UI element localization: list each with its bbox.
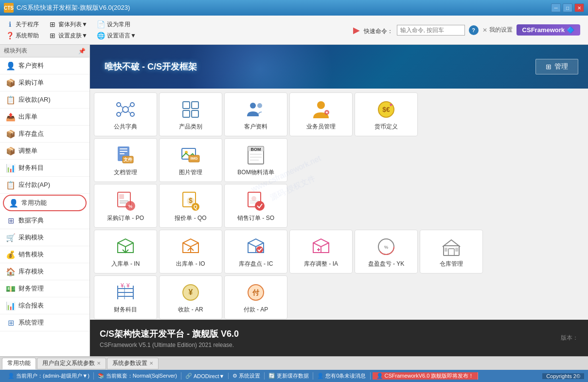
sidebar-item-label: 客户资料 bbox=[18, 61, 44, 70]
sidebar-item-reports[interactable]: 📊 综合报表 bbox=[0, 297, 89, 314]
copyright-text: Copyrights 2© bbox=[546, 373, 580, 379]
tile-bom[interactable]: BOM BOM物料清单 bbox=[224, 138, 287, 182]
status-update-cache[interactable]: 🔄 更新缓存数据 bbox=[265, 372, 313, 380]
sidebar-item-system[interactable]: ⊞ 系统管理 bbox=[0, 314, 89, 331]
outbound2-icon bbox=[180, 236, 201, 257]
csframework-brand[interactable]: CSFramework 🔷 bbox=[517, 24, 580, 36]
tile-label: 盘盈盘亏 - YK bbox=[368, 260, 405, 267]
skin-button[interactable]: ⊞ 设置皮肤▼ bbox=[47, 31, 89, 41]
tab-common[interactable]: 常用功能 bbox=[2, 358, 36, 369]
warehouse-icon: 🏠 bbox=[6, 267, 16, 276]
help-round-button[interactable]: ? bbox=[469, 25, 479, 35]
svg-point-58 bbox=[256, 246, 263, 253]
sidebar-item-label: 应付款(AP) bbox=[18, 181, 50, 189]
svg-text:%: % bbox=[128, 204, 132, 209]
accounts-icon: 📊 bbox=[6, 163, 16, 173]
tile-label: 图片管理 bbox=[179, 169, 202, 176]
sidebar-item-label: 库存模块 bbox=[18, 267, 44, 276]
svg-rect-12 bbox=[192, 110, 198, 117]
tile-accounts-subject[interactable]: ¥ ¥ 财务科目 bbox=[94, 275, 157, 319]
sales-icon: 💰 bbox=[6, 250, 16, 259]
tile-payment-ap[interactable]: 付 付款 - AP bbox=[224, 275, 287, 319]
sidebar-item-purchase[interactable]: 🛒 采购模块 bbox=[0, 229, 89, 246]
sidebar-item-ap[interactable]: 📋 应付款(AP) bbox=[0, 177, 89, 194]
document-icon: 📄 bbox=[97, 20, 105, 28]
sidebar-item-label: 销售模块 bbox=[18, 250, 44, 259]
tile-salesperson[interactable]: 业务员管理 bbox=[289, 92, 353, 136]
customer-icon: 👤 bbox=[6, 61, 16, 71]
sidebar-item-purchase-order[interactable]: 📦 采购订单 bbox=[0, 74, 89, 91]
sidebar-item-adjustment[interactable]: 📦 调整单 bbox=[0, 143, 89, 160]
tile-doc-mgmt[interactable]: 文件 文档管理 bbox=[94, 138, 157, 182]
svg-point-15 bbox=[317, 101, 325, 109]
tile-public-dict[interactable]: 公共字典 bbox=[94, 92, 157, 136]
manage-icon: ⊞ bbox=[546, 63, 552, 71]
language-label: 设置语言▼ bbox=[107, 32, 136, 40]
svg-text:文件: 文件 bbox=[124, 157, 133, 162]
tile-quote-qo[interactable]: $ Q 报价单 - QO bbox=[159, 184, 222, 228]
tile-profit-loss[interactable]: % 盘盈盘亏 - YK bbox=[355, 230, 418, 273]
person-badge-icon bbox=[310, 99, 332, 120]
sidebar-item-ar[interactable]: 📋 应收款(AR) bbox=[0, 91, 89, 109]
tile-purchase-po[interactable]: % 采购订单 - PO bbox=[94, 184, 157, 228]
window-list-button[interactable]: ⊞ 窗体列表▼ bbox=[47, 19, 89, 30]
sidebar-item-label: 采购订单 bbox=[18, 78, 44, 87]
maximize-button[interactable]: □ bbox=[563, 3, 572, 12]
set-default-button[interactable]: 📄 设为常用 bbox=[95, 19, 132, 30]
receipt-icon: ¥ bbox=[180, 282, 201, 303]
sidebar-item-outbound[interactable]: 📤 出库单 bbox=[0, 109, 89, 126]
tile-adjust[interactable]: 库存调整 - IA bbox=[289, 230, 353, 273]
close-button[interactable]: ✕ bbox=[574, 3, 584, 12]
about-button[interactable]: ℹ 关于程序 bbox=[4, 19, 41, 30]
tile-stocktake[interactable]: 库存盘点 - IC bbox=[224, 230, 287, 273]
brand-label: CSFramework bbox=[522, 26, 565, 34]
bottom-info: C/S架构快速开发平台 - 旗舰版 V6.0 CSFramework V5.1 … bbox=[90, 320, 588, 356]
manage-label: 管理 bbox=[554, 62, 568, 71]
tab-sys-params[interactable]: 系统参数设置 ✕ bbox=[107, 358, 159, 369]
minimize-button[interactable]: ─ bbox=[551, 3, 561, 12]
window-controls: ─ □ ✕ bbox=[551, 3, 584, 12]
manage-button[interactable]: ⊞ 管理 bbox=[535, 59, 578, 74]
status-connection[interactable]: 🔗 ADODirect▼ bbox=[181, 373, 229, 379]
svg-rect-40 bbox=[119, 194, 124, 199]
sidebar-item-inventory[interactable]: 📦 库存盘点 bbox=[0, 126, 89, 143]
sidebar-item-data-dict[interactable]: ⊞ 数据字典 bbox=[0, 212, 89, 229]
icons-row-2: 文件 文档管理 IMG bbox=[94, 138, 584, 182]
tab-user-params[interactable]: 用户自定义系统参数 ✕ bbox=[37, 358, 106, 369]
banner: 唯快不破 - C/S开发框架 ⊞ 管理 bbox=[90, 45, 588, 89]
gear-icon: ⚙ bbox=[232, 373, 237, 379]
tile-sales-so[interactable]: 销售订单 - SO bbox=[224, 184, 287, 228]
sidebar-item-common[interactable]: 👤 常用功能 bbox=[3, 195, 87, 211]
sidebar-item-sales[interactable]: 💰 销售模块 bbox=[0, 246, 89, 263]
tile-customer-info[interactable]: 客户资料 bbox=[224, 92, 287, 136]
quick-cmd-input[interactable] bbox=[397, 25, 465, 36]
tile-inbound[interactable]: 入库单 - IN bbox=[94, 230, 157, 273]
svg-text:IMG: IMG bbox=[190, 156, 197, 161]
sidebar-item-finance[interactable]: 💵 财务管理 bbox=[0, 280, 89, 297]
help-button[interactable]: ❓ 系统帮助 bbox=[4, 31, 41, 41]
svg-text:$€: $€ bbox=[382, 106, 390, 113]
svg-point-2 bbox=[130, 103, 134, 107]
lang-icon: 🌐 bbox=[97, 32, 105, 39]
my-settings-button[interactable]: ✕ 我的设置 bbox=[482, 26, 513, 34]
tile-product-category[interactable]: 产品类别 bbox=[159, 92, 222, 136]
platform-title: C/S架构快速开发平台 - 旗舰版 V6.0 bbox=[100, 328, 578, 340]
sidebar-item-warehouse[interactable]: 🏠 库存模块 bbox=[0, 263, 89, 280]
tile-outbound2[interactable]: 出库单 - IO bbox=[159, 230, 222, 273]
tile-image-mgmt[interactable]: IMG 图片管理 bbox=[159, 138, 222, 182]
reports-icon: 📊 bbox=[6, 301, 16, 310]
svg-point-4 bbox=[130, 112, 134, 116]
pin-icon[interactable]: 📌 bbox=[78, 48, 86, 55]
cart-icon: 🛒 bbox=[6, 233, 16, 242]
tile-warehouse-mgmt[interactable]: 仓库管理 bbox=[420, 230, 483, 273]
grid2-icon bbox=[180, 99, 201, 120]
sidebar-item-label: 数据字典 bbox=[18, 216, 44, 225]
tile-currency[interactable]: $€ ♥ 货币定义 bbox=[355, 92, 418, 136]
tab-close-icon[interactable]: ✕ bbox=[97, 361, 101, 366]
sidebar-item-customer[interactable]: 👤 客户资料 bbox=[0, 57, 89, 74]
status-sys-settings[interactable]: ⚙ 系统设置 bbox=[229, 372, 265, 380]
tab-close-icon[interactable]: ✕ bbox=[149, 361, 153, 366]
tile-receipt-ar[interactable]: ¥ 收款 - AR bbox=[159, 275, 222, 319]
language-button[interactable]: 🌐 设置语言▼ bbox=[95, 31, 138, 41]
sidebar-item-accounts[interactable]: 📊 财务科目 bbox=[0, 160, 89, 177]
